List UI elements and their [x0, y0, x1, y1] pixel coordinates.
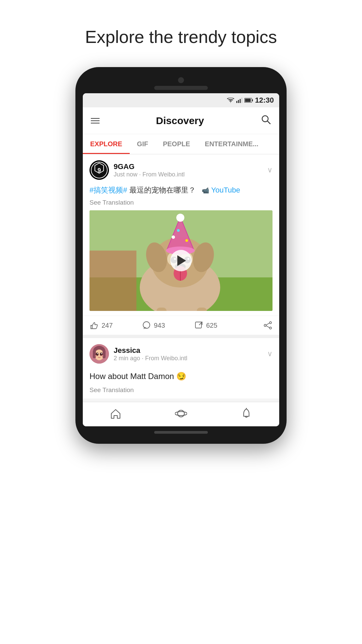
post-meta-jessica: Jessica 2 min ago · From Weibo.intl — [114, 346, 187, 362]
post-content-9gag: #搞笑视频# 最逗的宠物在哪里？ 📹 YouTube See Translati… — [83, 184, 279, 316]
post-username-jessica: Jessica — [114, 346, 187, 355]
hamburger-line-3 — [91, 123, 100, 123]
svg-point-38 — [143, 322, 150, 328]
svg-rect-6 — [252, 99, 253, 101]
svg-point-35 — [176, 214, 184, 222]
svg-line-8 — [267, 121, 270, 124]
svg-point-58 — [175, 412, 187, 416]
youtube-link[interactable]: YouTube — [211, 186, 240, 194]
comment-action[interactable]: 943 — [142, 321, 194, 330]
nav-notifications[interactable] — [240, 408, 252, 420]
search-button[interactable] — [260, 114, 271, 127]
video-camera-icon: 📹 — [202, 187, 209, 194]
post-card-jessica: Jessica 2 min ago · From Weibo.intl ∨ Ho… — [83, 338, 279, 398]
post-header-left-9gag: 9 9GAG Just now · From Weibo.intl — [89, 160, 185, 180]
phone-bottom — [83, 431, 279, 434]
svg-point-33 — [177, 229, 180, 232]
like-icon — [89, 321, 99, 330]
svg-rect-39 — [195, 322, 201, 328]
bell-icon — [240, 408, 252, 420]
tab-people[interactable]: PEOPLE — [156, 134, 197, 154]
svg-point-31 — [172, 235, 175, 239]
repost-action[interactable]: 625 — [194, 321, 246, 330]
avatar-9gag: 9 — [89, 160, 109, 180]
signal-icon — [236, 98, 242, 103]
hashtag-9gag[interactable]: #搞笑视频# — [89, 186, 127, 194]
post-actions-9gag: 247 943 — [83, 316, 279, 335]
svg-point-54 — [101, 353, 102, 354]
tab-explore[interactable]: EXPLORE — [83, 134, 130, 154]
post-username-9gag: 9GAG — [114, 162, 185, 171]
post-meta-9gag: 9GAG Just now · From Weibo.intl — [114, 162, 185, 178]
post-text-cn: 最逗的宠物在哪里？ — [129, 186, 196, 194]
svg-line-44 — [266, 323, 269, 325]
see-translation-jessica[interactable]: See Translation — [83, 386, 279, 398]
svg-point-55 — [95, 355, 98, 357]
feed: 9 9GAG Just now · From Weibo.intl — [83, 154, 279, 398]
page-heading: Explore the trendy topics — [85, 27, 277, 47]
svg-rect-1 — [238, 100, 239, 103]
avatar-jessica — [89, 344, 109, 364]
app-title: Discovery — [156, 115, 204, 126]
bottom-nav — [83, 402, 279, 426]
svg-point-53 — [97, 353, 98, 354]
status-time: 12:30 — [255, 96, 274, 105]
play-triangle-icon — [177, 255, 186, 266]
svg-rect-5 — [245, 99, 251, 102]
svg-point-43 — [269, 327, 272, 329]
tab-entertainment[interactable]: ENTERTAINME... — [197, 134, 266, 154]
hamburger-line-2 — [91, 120, 100, 121]
svg-point-41 — [264, 324, 266, 326]
nav-explore[interactable] — [175, 408, 187, 420]
nav-home[interactable] — [110, 408, 122, 420]
svg-point-56 — [101, 355, 104, 357]
post-text-jessica: How about Matt Damon 😏 — [83, 368, 279, 386]
planet-icon — [175, 408, 187, 420]
home-indicator — [154, 431, 208, 434]
hamburger-line-1 — [91, 118, 100, 119]
svg-rect-15 — [89, 251, 136, 311]
speaker-bar — [154, 86, 208, 90]
phone-frame: 12:30 Discovery EXPLORE — [75, 67, 287, 444]
like-count: 247 — [102, 322, 113, 329]
share-icon — [263, 321, 273, 330]
app-bar: Discovery — [83, 107, 279, 134]
svg-rect-2 — [240, 99, 241, 103]
post-time-jessica: 2 min ago · From Weibo.intl — [114, 355, 187, 362]
post-text-9gag: #搞笑视频# 最逗的宠物在哪里？ 📹 YouTube — [89, 184, 273, 196]
tab-gif[interactable]: GIF — [130, 134, 156, 154]
share-action[interactable] — [246, 321, 273, 330]
svg-rect-50 — [103, 350, 106, 358]
svg-point-48 — [95, 350, 104, 360]
post-header-left-jessica: Jessica 2 min ago · From Weibo.intl — [89, 344, 187, 364]
post-header-jessica: Jessica 2 min ago · From Weibo.intl ∨ — [83, 338, 279, 368]
tab-bar: EXPLORE GIF PEOPLE ENTERTAINME... — [83, 134, 279, 154]
home-icon — [110, 408, 122, 420]
svg-point-42 — [269, 322, 272, 324]
post-card-9gag: 9 9GAG Just now · From Weibo.intl — [83, 154, 279, 335]
post-time-9gag: Just now · From Weibo.intl — [114, 171, 185, 178]
chevron-down-icon-9gag[interactable]: ∨ — [267, 166, 273, 174]
play-button-9gag[interactable] — [170, 250, 192, 271]
phone-screen: 12:30 Discovery EXPLORE — [83, 93, 279, 426]
hamburger-menu[interactable] — [91, 118, 100, 123]
comment-icon — [142, 321, 151, 330]
svg-rect-49 — [93, 350, 96, 358]
chevron-down-icon-jessica[interactable]: ∨ — [267, 350, 273, 358]
status-icons: 12:30 — [227, 96, 274, 105]
status-bar: 12:30 — [83, 93, 279, 107]
like-action[interactable]: 247 — [89, 321, 142, 330]
svg-rect-3 — [241, 98, 242, 103]
svg-point-32 — [185, 239, 188, 242]
phone-notch — [83, 77, 279, 90]
svg-line-45 — [266, 326, 269, 328]
comment-count: 943 — [154, 322, 165, 329]
video-thumbnail-9gag[interactable] — [89, 210, 273, 311]
svg-rect-0 — [236, 101, 237, 103]
battery-icon — [244, 98, 253, 103]
wifi-icon — [227, 98, 234, 103]
repost-count: 625 — [206, 322, 217, 329]
repost-icon — [194, 321, 203, 330]
camera-dot — [178, 77, 184, 83]
see-translation-9gag[interactable]: See Translation — [89, 199, 273, 206]
